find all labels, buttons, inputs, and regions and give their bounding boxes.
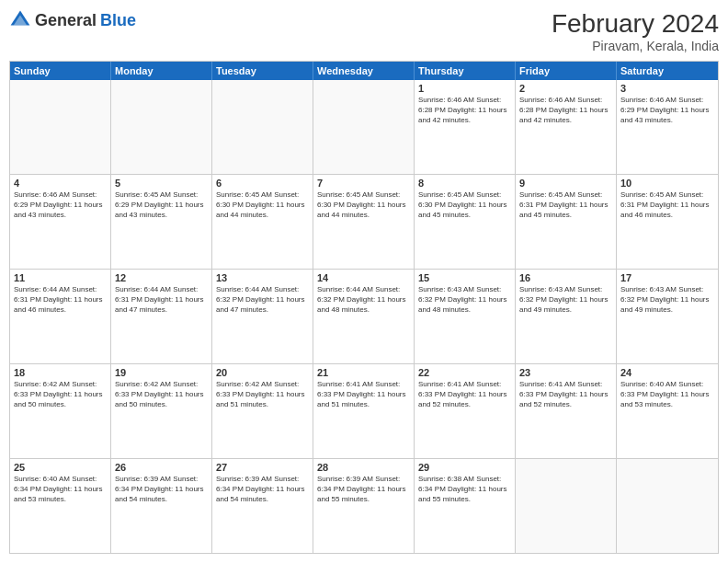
day-info: Sunrise: 6:45 AM Sunset: 6:29 PM Dayligh… [115, 190, 208, 221]
table-row [617, 459, 718, 553]
logo-blue: Blue [100, 11, 136, 30]
day-number: 8 [418, 178, 511, 189]
table-row: 18Sunrise: 6:42 AM Sunset: 6:33 PM Dayli… [10, 364, 111, 458]
day-info: Sunrise: 6:43 AM Sunset: 6:32 PM Dayligh… [519, 284, 612, 316]
day-info: Sunrise: 6:42 AM Sunset: 6:33 PM Dayligh… [216, 379, 309, 410]
month-year: February 2024 [552, 9, 719, 39]
header-sunday: Sunday [10, 62, 111, 80]
header-saturday: Saturday [617, 62, 718, 80]
location: Piravam, Kerala, India [552, 39, 719, 53]
table-row: 22Sunrise: 6:41 AM Sunset: 6:33 PM Dayli… [415, 364, 516, 458]
table-row: 9Sunrise: 6:45 AM Sunset: 6:31 PM Daylig… [516, 175, 617, 269]
day-info: Sunrise: 6:42 AM Sunset: 6:33 PM Dayligh… [115, 379, 208, 410]
calendar-week-4: 18Sunrise: 6:42 AM Sunset: 6:33 PM Dayli… [10, 363, 718, 458]
table-row: 21Sunrise: 6:41 AM Sunset: 6:33 PM Dayli… [313, 364, 415, 458]
table-row: 10Sunrise: 6:45 AM Sunset: 6:31 PM Dayli… [617, 175, 718, 269]
day-number: 29 [418, 462, 511, 473]
day-number: 11 [14, 272, 107, 283]
day-number: 4 [14, 178, 107, 189]
day-info: Sunrise: 6:41 AM Sunset: 6:33 PM Dayligh… [317, 379, 410, 410]
day-number: 16 [519, 272, 612, 283]
day-number: 6 [216, 178, 309, 189]
table-row: 26Sunrise: 6:39 AM Sunset: 6:34 PM Dayli… [111, 459, 212, 553]
day-number: 13 [216, 272, 309, 283]
table-row: 28Sunrise: 6:39 AM Sunset: 6:34 PM Dayli… [313, 459, 415, 553]
table-row: 16Sunrise: 6:43 AM Sunset: 6:32 PM Dayli… [516, 270, 617, 363]
header-wednesday: Wednesday [313, 62, 415, 80]
day-info: Sunrise: 6:45 AM Sunset: 6:31 PM Dayligh… [519, 190, 612, 221]
day-info: Sunrise: 6:38 AM Sunset: 6:34 PM Dayligh… [418, 474, 511, 505]
table-row: 15Sunrise: 6:43 AM Sunset: 6:32 PM Dayli… [415, 270, 516, 363]
table-row: 11Sunrise: 6:44 AM Sunset: 6:31 PM Dayli… [10, 270, 111, 363]
table-row: 19Sunrise: 6:42 AM Sunset: 6:33 PM Dayli… [111, 364, 212, 458]
day-number: 18 [14, 367, 107, 378]
day-number: 21 [317, 367, 410, 378]
day-number: 23 [519, 367, 612, 378]
day-info: Sunrise: 6:43 AM Sunset: 6:32 PM Dayligh… [418, 284, 511, 316]
day-info: Sunrise: 6:46 AM Sunset: 6:29 PM Dayligh… [14, 190, 107, 221]
day-info: Sunrise: 6:46 AM Sunset: 6:28 PM Dayligh… [519, 95, 612, 126]
table-row [313, 80, 415, 174]
day-number: 24 [620, 367, 714, 378]
day-number: 10 [620, 178, 714, 189]
day-number: 17 [620, 272, 714, 283]
table-row: 29Sunrise: 6:38 AM Sunset: 6:34 PM Dayli… [415, 459, 516, 553]
day-info: Sunrise: 6:39 AM Sunset: 6:34 PM Dayligh… [216, 474, 309, 505]
table-row: 23Sunrise: 6:41 AM Sunset: 6:33 PM Dayli… [516, 364, 617, 458]
table-row: 13Sunrise: 6:44 AM Sunset: 6:32 PM Dayli… [212, 270, 313, 363]
day-info: Sunrise: 6:40 AM Sunset: 6:34 PM Dayligh… [14, 474, 107, 505]
day-info: Sunrise: 6:46 AM Sunset: 6:28 PM Dayligh… [418, 95, 511, 126]
day-number: 25 [14, 462, 107, 473]
table-row: 6Sunrise: 6:45 AM Sunset: 6:30 PM Daylig… [212, 175, 313, 269]
page: General Blue February 2024 Piravam, Kera… [0, 0, 728, 563]
day-info: Sunrise: 6:43 AM Sunset: 6:32 PM Dayligh… [620, 284, 714, 316]
day-number: 7 [317, 178, 410, 189]
calendar-header: Sunday Monday Tuesday Wednesday Thursday… [10, 62, 718, 80]
day-number: 2 [519, 83, 612, 94]
day-number: 20 [216, 367, 309, 378]
day-info: Sunrise: 6:45 AM Sunset: 6:30 PM Dayligh… [216, 190, 309, 221]
day-info: Sunrise: 6:44 AM Sunset: 6:32 PM Dayligh… [317, 284, 410, 316]
table-row: 2Sunrise: 6:46 AM Sunset: 6:28 PM Daylig… [516, 80, 617, 174]
day-info: Sunrise: 6:41 AM Sunset: 6:33 PM Dayligh… [418, 379, 511, 410]
day-number: 22 [418, 367, 511, 378]
day-info: Sunrise: 6:45 AM Sunset: 6:30 PM Dayligh… [418, 190, 511, 221]
header-tuesday: Tuesday [212, 62, 313, 80]
day-number: 1 [418, 83, 511, 94]
table-row: 14Sunrise: 6:44 AM Sunset: 6:32 PM Dayli… [313, 270, 415, 363]
table-row [10, 80, 111, 174]
table-row: 20Sunrise: 6:42 AM Sunset: 6:33 PM Dayli… [212, 364, 313, 458]
table-row: 24Sunrise: 6:40 AM Sunset: 6:33 PM Dayli… [617, 364, 718, 458]
day-number: 27 [216, 462, 309, 473]
header-monday: Monday [111, 62, 212, 80]
table-row [212, 80, 313, 174]
table-row [111, 80, 212, 174]
calendar-week-5: 25Sunrise: 6:40 AM Sunset: 6:34 PM Dayli… [10, 458, 718, 553]
day-info: Sunrise: 6:42 AM Sunset: 6:33 PM Dayligh… [14, 379, 107, 410]
title-area: February 2024 Piravam, Kerala, India [552, 9, 719, 53]
day-number: 26 [115, 462, 208, 473]
logo-general: General [35, 11, 97, 30]
day-number: 15 [418, 272, 511, 283]
day-number: 14 [317, 272, 410, 283]
table-row: 17Sunrise: 6:43 AM Sunset: 6:32 PM Dayli… [617, 270, 718, 363]
calendar-week-3: 11Sunrise: 6:44 AM Sunset: 6:31 PM Dayli… [10, 269, 718, 363]
day-info: Sunrise: 6:44 AM Sunset: 6:31 PM Dayligh… [115, 284, 208, 316]
day-number: 5 [115, 178, 208, 189]
day-number: 12 [115, 272, 208, 283]
table-row: 7Sunrise: 6:45 AM Sunset: 6:30 PM Daylig… [313, 175, 415, 269]
day-number: 28 [317, 462, 410, 473]
calendar-body: 1Sunrise: 6:46 AM Sunset: 6:28 PM Daylig… [10, 80, 718, 553]
calendar-week-2: 4Sunrise: 6:46 AM Sunset: 6:29 PM Daylig… [10, 174, 718, 269]
day-number: 9 [519, 178, 612, 189]
day-info: Sunrise: 6:39 AM Sunset: 6:34 PM Dayligh… [317, 474, 410, 505]
day-number: 19 [115, 367, 208, 378]
day-info: Sunrise: 6:39 AM Sunset: 6:34 PM Dayligh… [115, 474, 208, 505]
day-info: Sunrise: 6:46 AM Sunset: 6:29 PM Dayligh… [620, 95, 714, 126]
day-number: 3 [620, 83, 714, 94]
day-info: Sunrise: 6:40 AM Sunset: 6:33 PM Dayligh… [620, 379, 714, 410]
day-info: Sunrise: 6:44 AM Sunset: 6:32 PM Dayligh… [216, 284, 309, 316]
table-row: 5Sunrise: 6:45 AM Sunset: 6:29 PM Daylig… [111, 175, 212, 269]
day-info: Sunrise: 6:45 AM Sunset: 6:30 PM Dayligh… [317, 190, 410, 221]
table-row: 4Sunrise: 6:46 AM Sunset: 6:29 PM Daylig… [10, 175, 111, 269]
